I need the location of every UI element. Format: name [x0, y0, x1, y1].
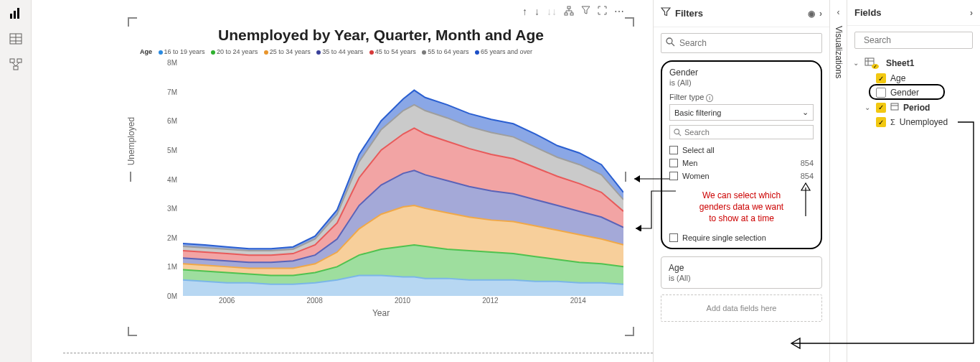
plot-area [183, 62, 623, 296]
chart-title: Unemployed by Year, Quarter, Month and A… [133, 27, 629, 44]
fields-pane: Fields › ⌄ ✓ Sheet1 ✓Age Gender ⌄✓Period… [847, 0, 980, 362]
filter-type-dropdown[interactable]: Basic filtering ⌄ [669, 104, 814, 121]
checkbox[interactable] [669, 159, 678, 167]
filter-card-age[interactable]: Age is (All) [661, 256, 822, 289]
checkbox[interactable] [669, 146, 678, 154]
table-node[interactable]: ⌄ ✓ Sheet1 [847, 55, 980, 71]
svg-rect-0 [10, 14, 12, 19]
data-view-icon[interactable] [9, 32, 23, 46]
expand-pane-icon[interactable]: ‹ [837, 7, 840, 17]
chart-legend: Age 16 to 19 years 20 to 24 years 25 to … [140, 48, 629, 55]
svg-rect-12 [567, 6, 570, 9]
fields-title: Fields [854, 7, 882, 18]
fields-search[interactable] [854, 32, 973, 49]
checkbox[interactable] [669, 233, 678, 242]
more-options-icon[interactable]: ⋯ [614, 6, 624, 18]
checkbox[interactable] [669, 172, 678, 180]
y-axis-ticks: 0M1M2M3M4M5M6M7M8M [156, 62, 177, 296]
model-view-icon[interactable] [9, 57, 23, 72]
require-single-selection[interactable]: Require single selection [669, 233, 814, 242]
filter-field-name: Age [669, 263, 814, 273]
filter-card-gender[interactable]: Gender is (All) Filter type i Basic filt… [661, 60, 822, 249]
checkbox[interactable] [876, 88, 886, 98]
filter-summary: is (All) [669, 274, 814, 282]
svg-rect-2 [17, 8, 19, 19]
resize-handle[interactable] [128, 326, 138, 336]
info-icon[interactable]: i [706, 94, 713, 102]
annotation-text: We can select which genders data we want… [669, 190, 814, 225]
svg-rect-32 [891, 103, 898, 110]
filter-field-name: Gender [669, 68, 814, 78]
table-icon: ✓ [864, 57, 882, 69]
calendar-icon [890, 102, 899, 113]
annotation-arrow [798, 182, 814, 216]
area-chart-visual[interactable]: Unemployed by Year, Quarter, Month and A… [132, 22, 630, 332]
field-unemployed[interactable]: ✓ΣUnemployed [847, 115, 980, 129]
y-axis-label: Unemployed [126, 117, 136, 165]
filter-type-label: Filter type i [669, 93, 814, 101]
resize-handle[interactable] [624, 326, 634, 336]
svg-line-11 [16, 62, 19, 66]
svg-rect-14 [570, 13, 573, 15]
checked-icon[interactable]: ✓ [876, 73, 886, 83]
svg-line-23 [672, 43, 674, 46]
filter-values-list: Select all Men854 Women854 [669, 144, 814, 182]
filter-icon [661, 7, 671, 19]
filter-icon[interactable] [581, 6, 590, 18]
sigma-icon: Σ [890, 118, 895, 126]
fields-search-input[interactable] [864, 35, 971, 45]
svg-rect-13 [565, 13, 567, 15]
caret-down-icon[interactable]: ⌄ [864, 103, 872, 111]
filters-title: Filters [675, 8, 703, 19]
x-axis-label: Year [372, 308, 390, 318]
filters-header: Filters ◉ › [654, 0, 829, 27]
filters-search[interactable] [661, 33, 822, 53]
visualizations-pane-collapsed[interactable]: ‹ Visualizations [829, 0, 847, 362]
show-filters-icon[interactable]: ◉ [808, 9, 815, 19]
svg-point-22 [666, 38, 672, 44]
visualizations-label: Visualizations [834, 26, 844, 78]
page-boundary [63, 353, 653, 353]
expand-down-icon[interactable]: ↓↓ [547, 6, 557, 18]
svg-line-25 [679, 133, 681, 135]
chevron-down-icon: ⌄ [802, 108, 809, 117]
focus-mode-icon[interactable] [598, 6, 607, 18]
drill-down-icon[interactable]: ↓ [534, 6, 540, 18]
svg-rect-9 [14, 66, 18, 70]
svg-line-10 [12, 62, 16, 66]
view-switcher [0, 0, 32, 362]
svg-rect-7 [10, 59, 14, 62]
collapse-pane-icon[interactable]: › [970, 8, 973, 18]
x-axis-ticks: 20062008201020122014 [183, 297, 622, 307]
filters-pane: Filters ◉ › Gender is (All) Filter type … [653, 0, 829, 362]
svg-point-24 [674, 129, 679, 134]
resize-handle[interactable] [128, 17, 138, 27]
filters-search-input[interactable] [679, 38, 817, 48]
resize-handle[interactable] [624, 17, 634, 27]
search-icon [666, 37, 675, 50]
filter-value-row[interactable]: Women854 [669, 170, 814, 182]
filter-summary: is (All) [669, 78, 814, 87]
checked-icon[interactable]: ✓ [876, 117, 886, 127]
svg-rect-8 [17, 59, 22, 62]
add-data-fields-well[interactable]: Add data fields here [661, 294, 822, 322]
fields-header: Fields › [847, 0, 980, 26]
field-period[interactable]: ⌄✓Period [847, 100, 980, 115]
filter-values-search[interactable] [669, 125, 814, 139]
table-name: Sheet1 [886, 58, 914, 68]
report-canvas[interactable]: ↑ ↓ ↓↓ ⋯ Unemployed by Year, Quarter, Mo… [32, 0, 653, 362]
visual-action-bar: ↑ ↓ ↓↓ ⋯ [522, 6, 624, 18]
svg-rect-1 [14, 11, 16, 19]
drill-up-icon[interactable]: ↑ [522, 6, 527, 18]
filter-value-row[interactable]: Select all [669, 144, 814, 157]
checked-icon[interactable]: ✓ [876, 103, 886, 113]
caret-down-icon[interactable]: ⌄ [853, 59, 860, 67]
field-age[interactable]: ✓Age [847, 71, 980, 85]
hierarchy-icon[interactable] [564, 6, 574, 18]
filter-value-row[interactable]: Men854 [669, 157, 814, 170]
field-gender[interactable]: Gender [847, 85, 980, 100]
collapse-pane-icon[interactable]: › [819, 9, 822, 19]
report-view-icon[interactable] [9, 6, 23, 20]
